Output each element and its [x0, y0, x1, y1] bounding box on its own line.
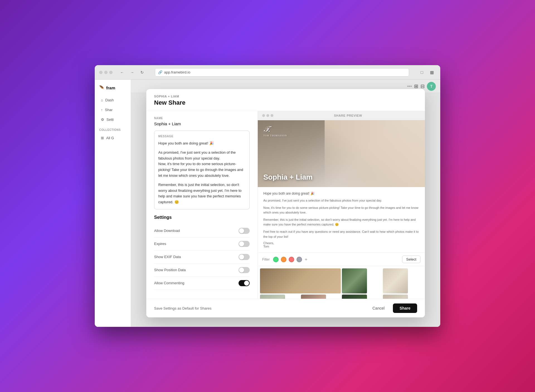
browser-dot-close[interactable] — [99, 71, 103, 74]
message-line-3: Remember, this is just the initial selec… — [158, 182, 245, 205]
filter-label: Filter — [262, 258, 270, 261]
filter-dot-red[interactable] — [289, 257, 294, 262]
save-default-label[interactable]: Save Settings as Default for Shares — [154, 306, 211, 310]
sidebar-toggle-button[interactable]: ▩ — [428, 68, 436, 76]
left-panel: NAME Sophia + Liam MESSAGE Hope you both… — [146, 111, 258, 299]
home-icon: ⌂ — [101, 98, 103, 102]
modal-subtitle: SOPHIA + LIAM — [154, 95, 417, 98]
allow-commenting-thumb — [244, 281, 249, 286]
message-box[interactable]: MESSAGE Hope you both are doing great! 🎉… — [154, 131, 250, 209]
expires-toggle[interactable] — [239, 241, 250, 247]
browser-dot-expand[interactable] — [109, 71, 113, 74]
modal-title: New Share — [154, 99, 417, 106]
setting-show-position: Show Position Data — [154, 264, 250, 277]
right-panel: SHARE PREVIEW 𝒯. TOM THOMASSON Sophia + — [258, 111, 425, 299]
sidebar: 🪶 fram ⌂ Dash ↑ Shar ⚙ Setti COLLECTIONS… — [95, 80, 131, 327]
message-line-2: As promised, I've just sent you a select… — [158, 150, 245, 179]
setting-allow-commenting: Allow Commenting — [154, 277, 250, 290]
name-field-value: Sophia + Liam — [154, 121, 250, 126]
setting-allow-download: Allow Download — [154, 224, 250, 237]
preview-dot-1 — [262, 114, 265, 117]
footer-buttons: Cancel Share — [367, 303, 417, 313]
sidebar-item-dashboard[interactable]: ⌂ Dash — [96, 96, 129, 104]
photo-thumb-3[interactable] — [383, 268, 408, 293]
photo-thumb-7[interactable] — [383, 295, 408, 299]
hero-flowers-decoration — [325, 120, 425, 187]
show-exif-toggle[interactable] — [239, 254, 250, 260]
preview-header: SHARE PREVIEW — [258, 111, 425, 120]
settings-title: Settings — [154, 215, 250, 220]
sidebar-item-settings[interactable]: ⚙ Setti — [96, 115, 129, 124]
browser-dot-minimize[interactable] — [104, 71, 108, 74]
preview-body: Hope you both are doing great! 🎉 As prom… — [258, 187, 425, 253]
show-exif-thumb — [239, 254, 244, 259]
photo-thumb-5[interactable] — [301, 295, 326, 299]
share-preview-label: SHARE PREVIEW — [276, 114, 420, 117]
allow-download-label: Allow Download — [154, 229, 180, 233]
photo-thumb-2[interactable] — [342, 268, 367, 293]
allow-download-thumb — [239, 228, 244, 233]
show-position-label: Show Position Data — [154, 268, 186, 272]
allow-commenting-label: Allow Commenting — [154, 281, 184, 285]
allow-commenting-toggle[interactable] — [239, 280, 250, 286]
browser-window: ← → ↻ 🔗 app.framebird.io □ ▩ 🪶 fram ⌂ Da… — [95, 65, 440, 327]
show-position-toggle[interactable] — [239, 267, 250, 273]
show-position-thumb — [239, 268, 244, 273]
preview-tagline: Hope you both are doing great! 🎉 — [263, 192, 419, 195]
name-field-label: NAME — [154, 117, 250, 120]
cancel-button[interactable]: Cancel — [367, 303, 390, 313]
browser-dots — [99, 71, 113, 74]
browser-actions: □ ▩ — [418, 68, 436, 76]
photo-thumb-1[interactable] — [260, 268, 341, 293]
preview-message-3: Remember, this is just the initial selec… — [263, 217, 419, 227]
filter-dot-gray[interactable] — [296, 257, 302, 262]
sidebar-item-shares[interactable]: ↑ Shar — [96, 106, 129, 114]
address-text: app.framebird.io — [164, 70, 190, 74]
allow-download-toggle[interactable] — [239, 228, 250, 234]
app-container: 🪶 fram ⌂ Dash ↑ Shar ⚙ Setti COLLECTIONS… — [95, 80, 440, 327]
preview-hero: 𝒯. TOM THOMASSON Sophia + Liam — [258, 120, 425, 187]
share-button[interactable]: Share — [393, 303, 417, 313]
message-label: MESSAGE — [158, 135, 245, 138]
settings-section: Settings Allow Download Expires — [154, 215, 250, 290]
collections-label: COLLECTIONS — [95, 125, 131, 133]
filter-dot-green[interactable] — [273, 257, 279, 262]
sidebar-item-all-collections[interactable]: ⊞ All G — [96, 134, 129, 142]
photo-thumb-6[interactable] — [342, 295, 367, 299]
sidebar-shares-label: Shar — [105, 108, 113, 112]
show-exif-label: Show EXIF Data — [154, 255, 181, 259]
address-bar[interactable]: 🔗 app.framebird.io — [155, 68, 409, 77]
preview-content: 𝒯. TOM THOMASSON Sophia + Liam Hope you … — [258, 120, 425, 299]
preview-signature: Cheers,Tom — [263, 241, 419, 248]
collections-item-label: All G — [106, 136, 114, 140]
sidebar-settings-label: Setti — [106, 117, 114, 122]
share-browser-button[interactable]: □ — [418, 68, 426, 76]
modal-header: SOPHIA + LIAM New Share — [146, 89, 425, 111]
setting-expires: Expires — [154, 237, 250, 251]
address-icon: 🔗 — [158, 70, 162, 74]
preview-dot-3 — [271, 114, 273, 117]
filter-dot-orange[interactable] — [281, 257, 286, 262]
filter-bar: Filter + Select — [258, 253, 425, 266]
modal-body: NAME Sophia + Liam MESSAGE Hope you both… — [146, 111, 425, 299]
sidebar-logo: 🪶 fram — [95, 84, 131, 95]
preview-message-1: As promised, I've just sent you a select… — [263, 198, 419, 203]
layers-icon: ⊞ — [101, 136, 104, 140]
hero-name: Sophia + Liam — [263, 173, 313, 182]
modal-footer: Save Settings as Default for Shares Canc… — [146, 299, 425, 317]
preview-dot-2 — [266, 114, 269, 117]
refresh-button[interactable]: ↻ — [138, 68, 146, 76]
browser-toolbar: ← → ↻ 🔗 app.framebird.io □ ▩ — [95, 65, 440, 80]
filter-add-button[interactable]: + — [305, 257, 307, 262]
back-button[interactable]: ← — [118, 68, 126, 76]
expires-thumb — [239, 241, 244, 246]
browser-nav-buttons: ← → ↻ — [118, 68, 146, 76]
forward-button[interactable]: → — [128, 68, 136, 76]
photo-thumb-4[interactable] — [260, 295, 285, 299]
preview-message-2: Now, it's time for you to do some seriou… — [263, 205, 419, 215]
setting-show-exif: Show EXIF Data — [154, 251, 250, 264]
select-button[interactable]: Select — [402, 256, 420, 263]
preview-dots — [262, 114, 273, 117]
sidebar-dashboard-label: Dash — [105, 98, 114, 102]
main-content: ••• ⊞ ⊟ T SOPHIA + LIAM New Share — [131, 80, 440, 327]
